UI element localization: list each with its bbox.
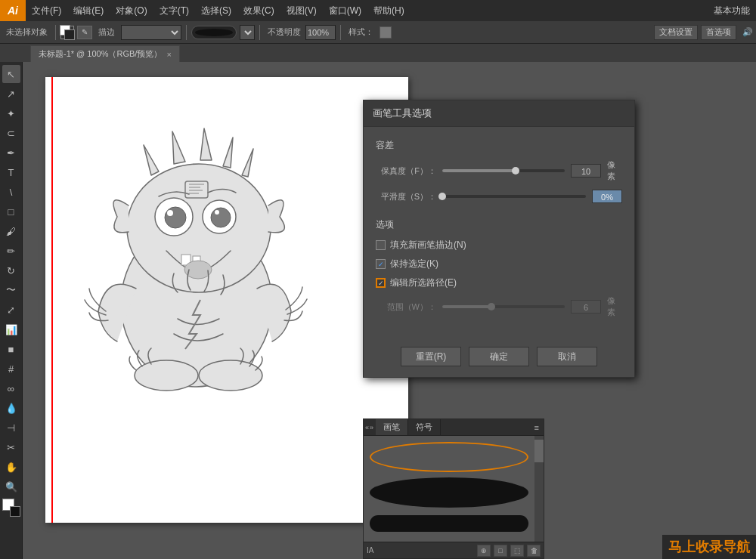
canvas-area[interactable]: .sketch { fill: none; stroke: #555; stro…: [23, 62, 756, 559]
options-section: 填充新画笔描边(N) ✓ 保持选定(K) ✓ 编辑所选路径(E) 范围（W）：: [376, 239, 622, 318]
keep-selected-checkbox[interactable]: ✓: [376, 259, 386, 269]
symbol-tab[interactable]: 符号: [408, 419, 441, 435]
tool-pencil[interactable]: ✏: [2, 242, 20, 260]
doc-settings-btn[interactable]: 文档设置: [654, 25, 698, 40]
fill-color-swatch[interactable]: [60, 26, 74, 39]
preferences-btn[interactable]: 首选项: [701, 25, 736, 40]
tab-close-btn[interactable]: ×: [166, 50, 171, 59]
tool-paintbrush[interactable]: 🖌: [2, 222, 20, 240]
smoothness-slider[interactable]: [442, 195, 586, 198]
smoothness-thumb[interactable]: [438, 193, 446, 200]
menu-effect[interactable]: 效果(C): [237, 0, 280, 21]
tool-mesh[interactable]: #: [2, 360, 20, 378]
menu-help[interactable]: 帮助(H): [367, 0, 411, 21]
menu-file[interactable]: 文件(F): [26, 0, 67, 21]
svg-point-9: [165, 207, 186, 228]
cancel-button[interactable]: 取消: [537, 347, 597, 366]
brush-selector[interactable]: ✎: [77, 26, 92, 39]
menu-text[interactable]: 文字(T): [153, 0, 195, 21]
left-toolbar: ↖ ↗ ✦ ⊂ ✒ T \ □ 🖌 ✏ ↻ 〜 ⤢ 📊 ■ # ∞ 💧 ⊣ ✂ …: [0, 62, 23, 559]
reset-button[interactable]: 重置(R): [401, 347, 461, 366]
separator2: [186, 25, 187, 40]
menu-select[interactable]: 选择(S): [195, 0, 237, 21]
brush-stroke-orange: [370, 442, 528, 472]
panel-collapse-icon[interactable]: «: [364, 424, 370, 431]
fidelity-thumb[interactable]: [512, 167, 519, 174]
fidelity-value[interactable]: 10: [571, 164, 601, 178]
tab-title: 未标题-1* @ 100%（RGB/预览）: [39, 48, 162, 60]
tool-slice[interactable]: ✂: [2, 438, 20, 456]
svg-point-17: [199, 360, 262, 391]
watermark: 马上收录导航: [662, 535, 756, 559]
brush-scrollbar[interactable]: [534, 436, 544, 542]
fidelity-slider[interactable]: [442, 169, 565, 172]
tool-shape[interactable]: □: [2, 202, 20, 221]
new-brush-icon[interactable]: ⊕: [477, 545, 491, 557]
brush-library-icon[interactable]: □: [494, 545, 507, 557]
tool-eyedropper[interactable]: 💧: [2, 399, 20, 417]
tool-text[interactable]: T: [2, 163, 20, 181]
tool-blend[interactable]: ∞: [2, 379, 20, 397]
tool-gradient[interactable]: ■: [2, 340, 20, 358]
edit-paths-row: ✓ 编辑所选路径(E): [376, 276, 622, 289]
edit-paths-checkbox[interactable]: ✓: [376, 278, 386, 288]
tool-hand[interactable]: ✋: [2, 458, 20, 476]
tool-select[interactable]: ↖: [2, 65, 20, 83]
ok-button[interactable]: 确定: [469, 347, 529, 366]
svg-point-11: [167, 210, 173, 216]
brush-scroll-thumb[interactable]: [534, 440, 544, 462]
tool-measure[interactable]: ⊣: [2, 418, 20, 437]
smoothness-row: 平滑度（S）： 0%: [376, 190, 622, 203]
tool-zoom[interactable]: 🔍: [2, 477, 20, 496]
fidelity-label: 保真度（F）：: [376, 165, 436, 177]
brush-tab[interactable]: 画笔: [376, 419, 408, 435]
tool-lasso[interactable]: ⊂: [2, 124, 20, 142]
document-tab[interactable]: 未标题-1* @ 100%（RGB/预览） ×: [30, 45, 180, 62]
menu-object[interactable]: 对象(O): [110, 0, 153, 21]
stroke-options[interactable]: ▼: [240, 25, 255, 40]
svg-marker-3: [200, 128, 212, 160]
menu-window[interactable]: 窗口(W): [323, 0, 367, 21]
svg-point-10: [211, 208, 231, 227]
main-area: ↖ ↗ ✦ ⊂ ✒ T \ □ 🖌 ✏ ↻ 〜 ⤢ 📊 ■ # ∞ 💧 ⊣ ✂ …: [0, 62, 756, 559]
ia-icon: IA: [367, 546, 373, 554]
brush-options-icon[interactable]: ⬚: [510, 545, 524, 557]
svg-marker-5: [242, 149, 253, 177]
style-label: 样式：: [345, 26, 376, 38]
range-slider: [442, 305, 565, 308]
tool-rotate[interactable]: ↻: [2, 261, 20, 280]
tolerance-section-label: 容差: [376, 139, 622, 152]
stroke-select[interactable]: [121, 25, 181, 40]
separator: [55, 25, 56, 40]
sketch-art: .sketch { fill: none; stroke: #555; stro…: [60, 100, 333, 432]
tool-graph[interactable]: 📊: [2, 320, 20, 338]
stroke-preview: [191, 26, 237, 39]
panel-menu-icon[interactable]: ≡: [534, 423, 544, 432]
tool-pen[interactable]: ✒: [2, 144, 20, 162]
separator3: [259, 25, 260, 40]
smoothness-value[interactable]: 0%: [592, 190, 622, 203]
fill-stroke-row: 填充新画笔描边(N): [376, 239, 622, 252]
menu-bar: Ai 文件(F) 编辑(E) 对象(O) 文字(T) 选择(S) 效果(C) 视…: [0, 0, 756, 21]
separator4: [340, 25, 341, 40]
menu-edit[interactable]: 编辑(E): [67, 0, 110, 21]
tool-magic-wand[interactable]: ✦: [2, 104, 20, 122]
tool-scale[interactable]: ⤢: [2, 301, 20, 319]
tool-line[interactable]: \: [2, 183, 20, 201]
fill-stroke-label: 填充新画笔描边(N): [390, 239, 466, 252]
opacity-input[interactable]: [305, 25, 336, 40]
selection-label: 未选择对象: [3, 26, 51, 38]
brush-stroke-black-large: [370, 477, 528, 508]
panel-expand-icon[interactable]: »: [370, 424, 376, 431]
tool-direct-select[interactable]: ↗: [2, 85, 20, 103]
style-swatch[interactable]: [380, 26, 392, 39]
ai-logo: Ai: [0, 0, 26, 21]
range-label: 范围（W）：: [376, 301, 436, 313]
delete-brush-icon[interactable]: 🗑: [527, 545, 541, 557]
brush-panel: « » 画笔 符号 ≡ IA ⊕: [363, 418, 544, 559]
menu-items: 文件(F) 编辑(E) 对象(O) 文字(T) 选择(S) 效果(C) 视图(V…: [26, 0, 714, 21]
menu-view[interactable]: 视图(V): [280, 0, 323, 21]
range-value: 6: [571, 300, 601, 313]
tool-warp[interactable]: 〜: [2, 281, 20, 299]
fill-stroke-checkbox[interactable]: [376, 240, 386, 250]
